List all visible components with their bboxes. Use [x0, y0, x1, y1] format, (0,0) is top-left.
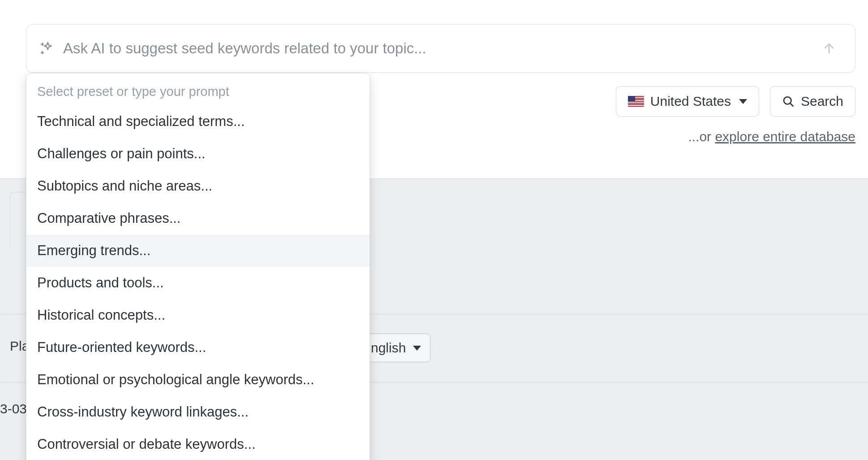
preset-dropdown: Select preset or type your prompt Techni…: [26, 73, 370, 460]
chevron-down-icon: [739, 99, 747, 104]
preset-option[interactable]: Emotional or psychological angle keyword…: [26, 364, 370, 396]
search-button-label: Search: [801, 94, 843, 109]
tab-stub: [10, 192, 26, 248]
ai-prompt-bar: [26, 24, 855, 73]
preset-option[interactable]: Challenges or pain points...: [26, 138, 370, 170]
submit-arrow-icon[interactable]: [819, 39, 839, 58]
country-selector[interactable]: United States: [616, 86, 759, 117]
preset-option[interactable]: Products and tools...: [26, 267, 370, 299]
language-selector-label: nglish: [371, 340, 406, 356]
search-button[interactable]: Search: [770, 86, 855, 117]
search-controls: United States Search ...or explore entir…: [616, 86, 855, 144]
explore-database-link[interactable]: explore entire database: [715, 129, 855, 144]
country-selector-label: United States: [650, 94, 731, 109]
chevron-down-icon: [413, 346, 421, 351]
preset-option[interactable]: Subtopics and niche areas...: [26, 170, 370, 202]
preset-option[interactable]: Technical and specialized terms...: [26, 105, 370, 138]
ai-prompt-input[interactable]: [63, 40, 819, 57]
sparkle-icon: [38, 40, 55, 57]
preset-option[interactable]: Emerging trends...: [26, 234, 370, 267]
preset-option[interactable]: Controversial or debate keywords...: [26, 428, 370, 460]
explore-prefix: ...or: [688, 129, 715, 144]
preset-option[interactable]: Comparative phrases...: [26, 202, 370, 234]
language-selector[interactable]: nglish: [364, 334, 430, 362]
us-flag-icon: [628, 96, 644, 107]
obscured-date: 3-03: [0, 401, 27, 417]
search-icon: [782, 95, 795, 108]
preset-option[interactable]: Cross-industry keyword linkages...: [26, 396, 370, 428]
explore-database-line: ...or explore entire database: [688, 129, 855, 144]
preset-dropdown-header: Select preset or type your prompt: [26, 82, 370, 105]
preset-option[interactable]: Historical concepts...: [26, 299, 370, 331]
svg-line-1: [791, 104, 793, 106]
preset-option[interactable]: Future-oriented keywords...: [26, 331, 370, 364]
